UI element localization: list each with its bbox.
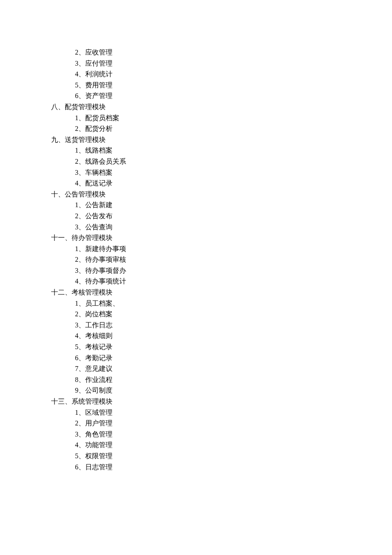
section-title: 十二、考核管理模块 <box>51 287 392 298</box>
list-item: 3、车辆档案 <box>75 167 392 178</box>
list-item: 2、岗位档案 <box>75 309 392 320</box>
list-item: 9、公司制度 <box>75 385 392 396</box>
list-item: 1、区域管理 <box>75 407 392 418</box>
section-title: 十一、待办管理模块 <box>51 232 392 243</box>
list-item: 6、考勤记录 <box>75 353 392 364</box>
section-title: 八、配货管理模块 <box>51 101 392 113</box>
list-item: 8、作业流程 <box>75 374 392 385</box>
list-item: 3、待办事项督办 <box>75 265 392 276</box>
list-item: 4、利润统计 <box>75 69 392 80</box>
list-item: 2、应收管理 <box>75 47 392 58</box>
list-item: 3、角色管理 <box>75 429 392 440</box>
list-item: 1、公告新建 <box>75 199 392 211</box>
section-title: 九、送货管理模块 <box>51 134 392 145</box>
list-item: 4、考核细则 <box>75 330 392 341</box>
list-item: 5、费用管理 <box>75 80 392 91</box>
list-item: 6、资产管理 <box>75 90 392 101</box>
list-item: 2、配货分析 <box>75 123 392 134</box>
list-item: 2、公告发布 <box>75 211 392 222</box>
list-item: 5、考核记录 <box>75 341 392 353</box>
list-item: 1、员工档案、 <box>75 298 392 309</box>
list-item: 1、配货员档案 <box>75 113 392 124</box>
section: 十二、考核管理模块 1、员工档案、 2、岗位档案 3、工作日志 4、考核细则 5… <box>51 287 392 396</box>
list-item: 2、线路会员关系 <box>75 156 392 167</box>
list-item: 1、新建待办事项 <box>75 243 392 254</box>
section: 十一、待办管理模块 1、新建待办事项 2、待办事项审核 3、待办事项督办 4、待… <box>51 232 392 287</box>
section: 十三、系统管理模块 1、区域管理 2、用户管理 3、角色管理 4、功能管理 5、… <box>51 396 392 472</box>
list-item: 3、公告查询 <box>75 222 392 233</box>
list-item: 4、功能管理 <box>75 439 392 451</box>
list-item: 3、应付管理 <box>75 58 392 69</box>
section: 九、送货管理模块 1、线路档案 2、线路会员关系 3、车辆档案 4、配送记录 <box>51 134 392 189</box>
list-item: 1、线路档案 <box>75 145 392 156</box>
document-outline: 2、应收管理 3、应付管理 4、利润统计 5、费用管理 6、资产管理 八、配货管… <box>51 47 392 472</box>
list-item: 2、用户管理 <box>75 418 392 429</box>
list-item: 6、日志管理 <box>75 462 392 473</box>
section: 八、配货管理模块 1、配货员档案 2、配货分析 <box>51 101 392 134</box>
list-item: 3、工作日志 <box>75 320 392 331</box>
list-item: 7、意见建议 <box>75 363 392 374</box>
section-title: 十、公告管理模块 <box>51 189 392 200</box>
list-item: 5、权限管理 <box>75 451 392 462</box>
section-title: 十三、系统管理模块 <box>51 396 392 407</box>
section: 十、公告管理模块 1、公告新建 2、公告发布 3、公告查询 <box>51 189 392 232</box>
list-item: 4、配送记录 <box>75 178 392 189</box>
orphan-items-group: 2、应收管理 3、应付管理 4、利润统计 5、费用管理 6、资产管理 <box>51 47 392 101</box>
list-item: 2、待办事项审核 <box>75 254 392 265</box>
list-item: 4、待办事项统计 <box>75 276 392 287</box>
